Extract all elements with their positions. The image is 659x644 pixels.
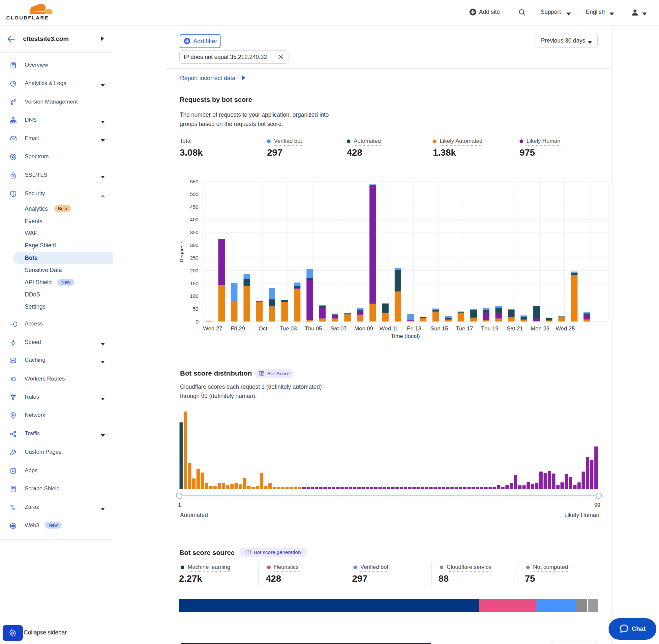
svg-text:Time (local): Time (local) xyxy=(391,333,420,339)
svg-text:Mon 09: Mon 09 xyxy=(354,325,373,332)
svg-text:Fri 29: Fri 29 xyxy=(231,325,245,332)
svg-text:Wed 11: Wed 11 xyxy=(379,325,398,332)
svg-text:Sat 21: Sat 21 xyxy=(507,325,523,332)
svg-text:200: 200 xyxy=(190,268,198,273)
svg-text:450: 450 xyxy=(190,204,198,210)
svg-text:400: 400 xyxy=(190,217,198,222)
svg-text:Wed 25: Wed 25 xyxy=(556,325,574,332)
svg-text:Tue 03: Tue 03 xyxy=(280,325,297,332)
svg-text:Thu 05: Thu 05 xyxy=(305,325,322,332)
svg-text:Tue 17: Tue 17 xyxy=(456,325,473,332)
svg-text:Oct: Oct xyxy=(259,325,268,332)
svg-text:100: 100 xyxy=(190,293,198,299)
svg-text:550: 550 xyxy=(190,179,198,184)
svg-text:300: 300 xyxy=(190,243,198,248)
svg-text:350: 350 xyxy=(190,230,198,235)
svg-text:Mon 23: Mon 23 xyxy=(531,325,549,332)
svg-text:Requests: Requests xyxy=(179,241,184,262)
svg-text:150: 150 xyxy=(190,281,198,286)
svg-text:Wed 27: Wed 27 xyxy=(203,325,222,332)
svg-text:50: 50 xyxy=(193,306,199,312)
svg-text:Sat 07: Sat 07 xyxy=(330,325,347,332)
svg-text:Thu 19: Thu 19 xyxy=(481,325,498,332)
svg-text:250: 250 xyxy=(190,255,198,260)
svg-text:Sun 15: Sun 15 xyxy=(430,325,448,332)
svg-text:500: 500 xyxy=(190,191,198,197)
svg-text:0: 0 xyxy=(195,319,198,324)
svg-text:Fri 13: Fri 13 xyxy=(407,325,421,332)
